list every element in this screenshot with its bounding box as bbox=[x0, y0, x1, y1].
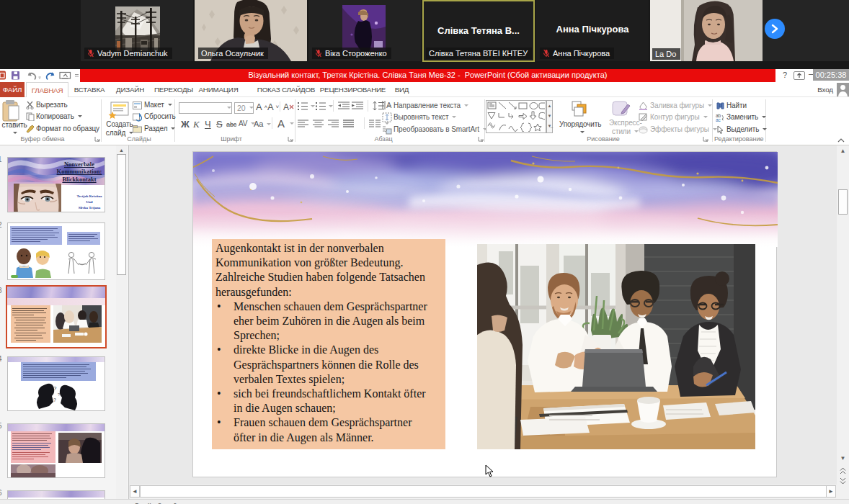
svg-text:?: ? bbox=[53, 397, 56, 402]
svg-text:A: A bbox=[283, 102, 289, 112]
svg-text:A: A bbox=[386, 101, 392, 109]
svg-text:ac: ac bbox=[716, 117, 721, 122]
svg-text:?: ? bbox=[53, 385, 57, 392]
